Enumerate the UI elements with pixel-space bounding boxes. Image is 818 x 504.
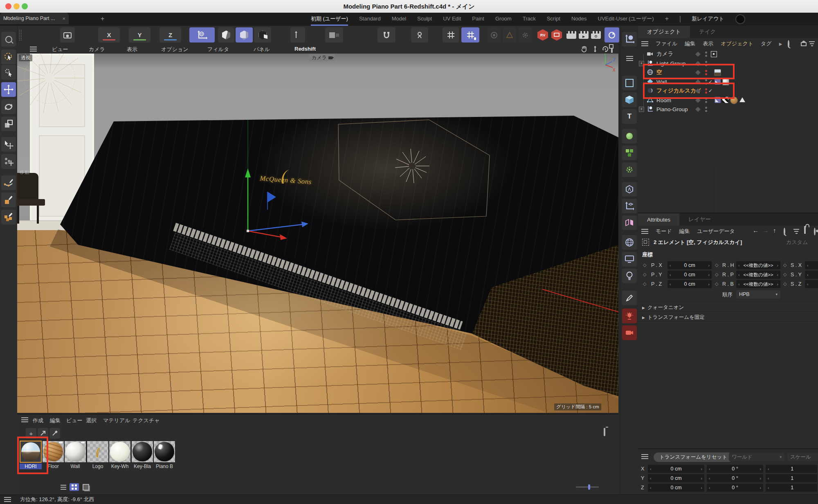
visibility-dots[interactable]: [705, 79, 707, 85]
key-diamond-icon[interactable]: ◇: [783, 272, 787, 277]
redshift-renderview-button[interactable]: RV: [536, 27, 549, 43]
layout-tab-uvedit-user[interactable]: UVEdit-User (ユーザー): [598, 13, 654, 26]
sy-field[interactable]: ‹: [805, 271, 818, 279]
rotation-order-dropdown[interactable]: HPB▾: [736, 290, 780, 298]
layer-diamond-icon[interactable]: [695, 107, 701, 112]
coord-z-rot[interactable]: ‹0 °›: [707, 484, 763, 492]
attr-search-icon[interactable]: [784, 228, 785, 235]
thumbnail-size-slider[interactable]: [576, 486, 599, 488]
key-diamond-icon[interactable]: ◇: [715, 272, 718, 277]
material-hdri[interactable]: HDRI: [20, 441, 42, 469]
plane-object-icon[interactable]: [622, 76, 637, 90]
layer-diamond-icon[interactable]: [695, 98, 701, 103]
rotate-tool-icon[interactable]: [1, 99, 16, 114]
move-tool-icon[interactable]: [1, 82, 16, 97]
layer-diamond-icon[interactable]: [695, 70, 701, 75]
keyframe-icon[interactable]: [503, 27, 516, 43]
om-menu-edit[interactable]: 編集: [685, 40, 695, 47]
texture-mode-button[interactable]: [254, 27, 271, 43]
camera-active-tag[interactable]: [711, 51, 717, 57]
layout-tab-model[interactable]: Model: [392, 13, 406, 26]
key-diamond-icon[interactable]: ◇: [643, 272, 646, 277]
om-menu-tags[interactable]: タグ: [761, 40, 772, 47]
material-floor[interactable]: Floor: [42, 441, 64, 469]
render-queue-icon[interactable]: [60, 27, 75, 43]
layer-diamond-icon[interactable]: [695, 52, 701, 57]
coord-menu-icon[interactable]: [641, 454, 648, 459]
object-row-room[interactable]: Room: [638, 96, 818, 105]
expand-icon[interactable]: +: [639, 61, 644, 66]
spline-pen-icon[interactable]: [1, 175, 16, 190]
slider-handle[interactable]: [588, 484, 590, 490]
sketch-spline-icon[interactable]: [1, 193, 16, 207]
cloner-icon[interactable]: [622, 146, 637, 160]
object-row-light-group[interactable]: + Light-Group: [638, 59, 818, 68]
status-menu-icon[interactable]: [4, 497, 11, 502]
world-dropdown[interactable]: ワールド▾: [729, 453, 784, 461]
snap-settings-icon[interactable]: [325, 27, 343, 43]
layout-tab-uvedit[interactable]: UV Edit: [443, 13, 461, 26]
screen-icon[interactable]: [622, 252, 637, 267]
globe-icon[interactable]: [622, 235, 637, 250]
sz-field[interactable]: ‹: [805, 280, 818, 288]
key-diamond-icon[interactable]: ◇: [643, 281, 646, 287]
coord-x-scale[interactable]: ‹1: [766, 465, 817, 473]
edit-pen-icon[interactable]: [622, 291, 637, 305]
viewport-menu-icon[interactable]: [30, 47, 37, 52]
material-menu-material[interactable]: マテリアル: [103, 417, 130, 424]
material-piano-black[interactable]: Piano B: [153, 441, 175, 469]
material-menu-icon[interactable]: [21, 417, 28, 422]
viewport-rotate-icon[interactable]: [602, 46, 609, 52]
layout-tab-standard[interactable]: Standard: [359, 13, 381, 26]
new-material-button[interactable]: +: [26, 428, 36, 439]
workplane-button[interactable]: [290, 27, 305, 43]
add-document-tab-button[interactable]: +: [101, 15, 104, 22]
key-diamond-icon[interactable]: ◇: [643, 262, 646, 268]
animation-settings-icon[interactable]: [519, 27, 532, 43]
material-menu-view[interactable]: ビュー: [66, 417, 83, 424]
coord-y-rot[interactable]: ‹0 °›: [707, 474, 763, 482]
symmetry-icon[interactable]: [622, 215, 637, 230]
material-key-white[interactable]: Key-Wh: [109, 441, 131, 469]
model-mode-button[interactable]: [236, 27, 253, 43]
material-menu-edit[interactable]: 編集: [50, 417, 61, 424]
quaternion-section[interactable]: ▶クォータニオン: [642, 304, 684, 311]
viewport-pan-icon[interactable]: [581, 46, 588, 52]
attr-back-icon[interactable]: ←: [753, 227, 759, 234]
layout-tab-initial[interactable]: 初期 (ユーザー): [311, 13, 348, 26]
coord-z-pos[interactable]: ‹0 cm›: [648, 484, 704, 492]
coord-y-pos[interactable]: ‹0 cm›: [648, 474, 704, 482]
coordinates-palette-icon[interactable]: [622, 32, 637, 47]
simulation-icon[interactable]: [488, 27, 501, 43]
axis-lock-z-button[interactable]: Z: [160, 27, 181, 43]
attr-menu-userdata[interactable]: ユーザーデータ: [697, 228, 735, 235]
sky-material-tag[interactable]: [714, 69, 721, 76]
add-layout-button[interactable]: +: [665, 13, 669, 26]
new-layout-button[interactable]: 新レイアウト: [692, 13, 724, 26]
render-to-picture-viewer-button[interactable]: ▶: [578, 27, 590, 43]
object-row-camera[interactable]: カメラ: [638, 49, 818, 58]
grid-button[interactable]: [443, 27, 459, 43]
tab-attributes[interactable]: Attributes: [638, 213, 679, 226]
om-menu-icon[interactable]: [641, 41, 648, 46]
layout-tab-nodes[interactable]: Nodes: [571, 13, 587, 26]
pz-field[interactable]: ‹0 cm›: [667, 280, 712, 288]
attr-track-icon[interactable]: [814, 228, 816, 235]
material-layer-view-icon[interactable]: [81, 483, 90, 491]
mograph-icon[interactable]: [622, 129, 637, 143]
material-wall[interactable]: Wall: [64, 441, 86, 469]
reset-transform-button[interactable]: トランスフォームをリセット: [654, 452, 733, 462]
attr-menu-edit[interactable]: 編集: [679, 228, 690, 235]
om-filter-icon[interactable]: [809, 41, 815, 46]
key-diamond-icon[interactable]: ◇: [783, 281, 787, 287]
object-row-physical-sky[interactable]: フィジカルスカイ ✓: [638, 86, 818, 95]
om-menu-more-icon[interactable]: ▶: [779, 42, 782, 46]
enable-snap-button[interactable]: [378, 27, 396, 43]
key-diamond-icon[interactable]: ◇: [715, 262, 718, 268]
axis-lock-x-button[interactable]: X: [98, 27, 120, 43]
viewport-menu-view[interactable]: ビュー: [52, 46, 68, 53]
object-row-piano-group[interactable]: + Piano-Group: [638, 105, 818, 114]
object-row-wall[interactable]: Wall ✓: [638, 77, 818, 86]
key-diamond-icon[interactable]: ◇: [783, 262, 787, 268]
viewport-menu-display[interactable]: 表示: [127, 46, 137, 53]
